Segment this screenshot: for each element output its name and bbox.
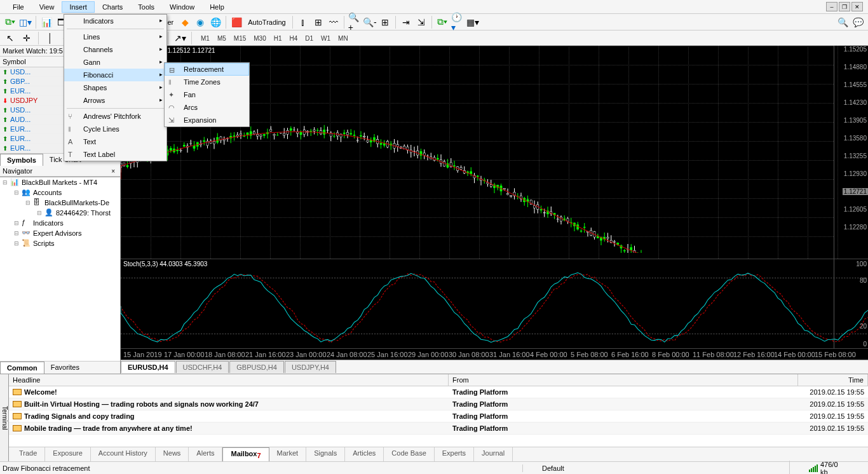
timeframe-w1[interactable]: W1 [317,34,334,43]
nav-item[interactable]: ⊟ 🗄BlackBullMarkets-De [0,198,120,208]
menu-insert[interactable]: Insert [62,1,95,13]
bar-chart-icon[interactable]: ⫿ [297,16,309,29]
chart-tab[interactable]: EURUSD,H4 [121,361,175,373]
submenu-item[interactable]: ⊟Retracement [165,63,249,76]
autotrading-label[interactable]: AutoTrading [245,18,288,26]
tile-icon[interactable]: ⊞ [379,16,391,29]
menu-item[interactable]: TText Label [64,148,166,161]
nav-item[interactable]: ⊟ ƒIndicators [0,218,120,228]
tab-common[interactable]: Common [0,362,44,374]
window-restore[interactable]: ❐ [839,2,850,11]
term-tab-alerts[interactable]: Alerts [189,447,222,461]
nav-item[interactable]: ⊟ 👥Accounts [0,187,120,198]
menu-help[interactable]: Help [202,1,232,13]
menu-item[interactable]: ⦀Cycle Lines [64,123,166,135]
arrows-icon[interactable]: ↗▾ [173,32,186,44]
col-headline[interactable]: Headline [9,374,449,386]
autoscroll-icon[interactable]: ⇲ [415,16,428,29]
indicators-icon[interactable]: ⧉▾ [436,16,449,29]
svg-rect-223 [490,184,492,186]
nav-item[interactable]: ⊟ 👤82446429: Thorst [0,208,120,218]
timeframe-d1[interactable]: D1 [301,34,317,43]
mail-row[interactable]: Trading Signals and copy tradingTrading … [9,410,868,423]
submenu-item[interactable]: ◠Arcs [165,101,249,114]
menu-item[interactable]: AText [64,135,166,148]
tab-symbols[interactable]: Symbols [0,154,43,166]
svg-rect-77 [247,133,248,135]
profiles-icon[interactable]: ◫▾ [19,16,32,29]
autotrading-icon[interactable]: 🟥 [230,16,243,29]
search-icon[interactable]: 🔍 [836,16,849,29]
tab-favorites[interactable]: Favorites [44,362,86,374]
svg-rect-211 [470,172,472,173]
menu-item[interactable]: Indicators▸ [64,15,166,27]
term-tab-trade[interactable]: Trade [11,447,45,461]
menu-tools[interactable]: Tools [130,1,162,13]
nav-item[interactable]: ⊟ 📜Scripts [0,238,120,248]
menu-item[interactable]: Shapes▸ [64,81,166,94]
term-tab-articles[interactable]: Articles [345,447,384,461]
metaquotes-icon[interactable]: ◆ [179,16,191,29]
timeframe-m5[interactable]: M5 [214,34,230,43]
timeframe-m15[interactable]: M15 [230,34,250,43]
cursor-icon[interactable]: ↖ [4,32,17,44]
term-tab-exposure[interactable]: Exposure [45,447,90,461]
vline-icon[interactable]: │ [44,32,57,44]
chart-tab[interactable]: USDCHF,H4 [176,361,229,373]
timeframe-m30[interactable]: M30 [250,34,269,43]
menu-file[interactable]: File [5,1,32,13]
menu-item[interactable]: Lines▸ [64,30,166,43]
menu-item[interactable]: Gann▸ [64,56,166,69]
window-minimize[interactable]: – [826,2,837,11]
term-tab-account-history[interactable]: Account History [91,447,156,461]
line-chart-icon[interactable]: 〰 [327,16,340,29]
candle-chart-icon[interactable]: ⊞ [312,16,325,29]
periods-icon[interactable]: 🕐▾ [451,16,464,29]
crosshair-icon[interactable]: ✛ [20,32,33,44]
term-tab-mailbox[interactable]: Mailbox7 [222,447,269,461]
zoom-in-icon[interactable]: 🔍+ [348,16,361,29]
community-chat-icon[interactable]: 💬 [851,16,864,29]
shift-icon[interactable]: ⇥ [400,16,412,29]
menu-item[interactable]: Arrows▸ [64,94,166,107]
envelope-icon [13,389,22,395]
col-from[interactable]: From [449,374,798,386]
chart-tab[interactable]: USDJPY,H4 [285,361,336,373]
mail-row[interactable]: Mobile trading — trade from anywhere at … [9,423,868,435]
svg-rect-5 [126,166,128,167]
term-tab-news[interactable]: News [156,447,189,461]
zoom-out-icon[interactable]: 🔍- [363,16,376,29]
nav-item[interactable]: ⊟ 📊BlackBull Markets - MT4 [0,177,120,187]
submenu-item[interactable]: ⦀Time Zones [165,76,249,88]
timeframe-h4[interactable]: H4 [286,34,302,43]
menu-item[interactable]: Fibonacci▸ [64,69,166,81]
timeframe-m1[interactable]: M1 [197,34,214,43]
term-tab-market[interactable]: Market [269,447,307,461]
community-icon[interactable]: 🌐 [209,16,222,29]
chart-tab[interactable]: GBPUSD,H4 [229,361,284,373]
menu-item[interactable]: Channels▸ [64,43,166,56]
nav-item[interactable]: ⊟ 👓Expert Advisors [0,228,120,238]
timeframe-mn[interactable]: MN [334,34,352,43]
market-watch-icon[interactable]: 📊 [40,16,53,29]
menu-view[interactable]: View [32,1,62,13]
signal-icon[interactable]: ◉ [194,16,207,29]
mail-row[interactable]: Welcome!Trading Platform2019.02.15 19:55 [9,386,868,398]
term-tab-code-base[interactable]: Code Base [384,447,434,461]
submenu-item[interactable]: ✦Fan [165,88,249,101]
window-close[interactable]: ✕ [851,2,863,11]
menu-charts[interactable]: Charts [95,1,130,13]
close-icon[interactable]: × [109,168,118,175]
timeframe-h1[interactable]: H1 [270,34,286,43]
term-tab-journal[interactable]: Journal [474,447,513,461]
new-chart-icon[interactable]: ⧉▾ [4,16,17,29]
submenu-item[interactable]: ⇲Expansion [165,114,249,126]
svg-rect-191 [437,158,438,159]
col-time[interactable]: Time [798,374,868,386]
mail-row[interactable]: Built-in Virtual Hosting — trading robot… [9,398,868,410]
menu-window[interactable]: Window [162,1,202,13]
templates-icon[interactable]: ▦▾ [466,16,479,29]
menu-item[interactable]: ⑂Andrews' Pitchfork [64,110,166,123]
term-tab-signals[interactable]: Signals [306,447,345,461]
term-tab-experts[interactable]: Experts [435,447,474,461]
